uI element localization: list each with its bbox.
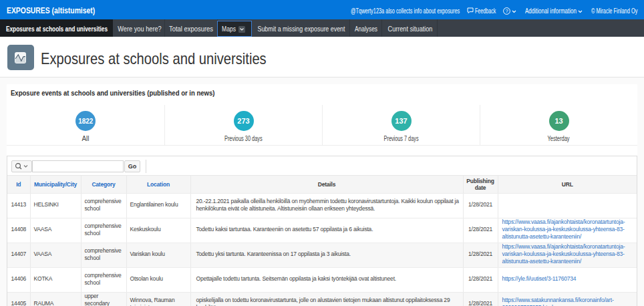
svg-text:?: ? bbox=[505, 8, 508, 14]
